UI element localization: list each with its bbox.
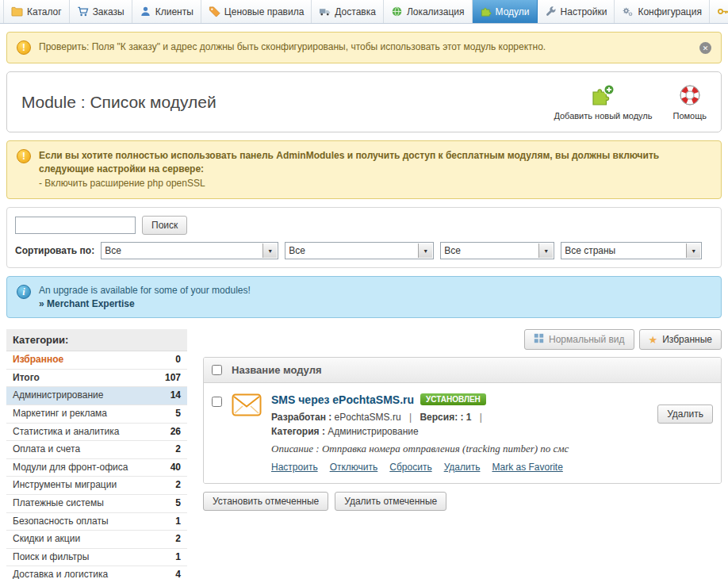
favorites-view-button[interactable]: ★ Избранные	[639, 329, 722, 350]
mark-favorite-link[interactable]: Mark as Favorite	[492, 462, 562, 473]
tab-label: Доставка	[335, 6, 376, 17]
globe-icon	[391, 6, 403, 17]
category-item-shipping-logistics[interactable]: Доставка и логистика4	[6, 566, 187, 579]
sort-label: Сортировать по:	[15, 245, 94, 256]
module-row-checkbox[interactable]	[212, 397, 222, 407]
search-input[interactable]	[15, 217, 136, 234]
main-area: Категории: Избранное0 Итого107 Администр…	[0, 326, 728, 579]
category-item-payment-security[interactable]: Безопасность оплаты1	[6, 513, 187, 531]
lifebuoy-icon	[678, 83, 702, 109]
category-value: Администрирование	[328, 426, 418, 437]
grid-view-icon	[534, 333, 544, 346]
info-icon: i	[17, 285, 31, 299]
warning-text: Проверить: Поля "К заказу" и адрес должн…	[39, 40, 692, 54]
tab-preferences[interactable]: Настройки	[538, 0, 615, 23]
category-item-migration[interactable]: Инструменты миграции2	[6, 477, 187, 495]
tab-label: Заказы	[93, 6, 125, 17]
close-icon[interactable]: ✕	[699, 42, 711, 54]
version-value: 1	[466, 412, 472, 423]
disable-link[interactable]: Отключить	[330, 462, 378, 473]
install-checked-button[interactable]: Установить отмеченные	[203, 492, 328, 511]
category-item-front-office[interactable]: Модули для фронт-офиса40	[6, 459, 187, 477]
sort-select-3-wrap: Все	[440, 242, 554, 259]
country-select-wrap: Все страны	[561, 242, 702, 259]
modules-section: Нормальный вид ★ Избранные Название моду…	[203, 329, 722, 511]
cart-icon	[77, 6, 89, 17]
tab-shipping[interactable]: Доставка	[312, 0, 384, 23]
tab-label: Локализация	[407, 6, 465, 17]
search-row: Поиск	[15, 216, 713, 235]
sort-select-3[interactable]: Все	[441, 243, 554, 259]
puzzle-icon	[480, 6, 492, 17]
categories-title: Категории:	[6, 329, 187, 351]
page-header-panel: Module : Список модулей Добавить новый м…	[6, 71, 722, 132]
top-warning-banner: ! Проверить: Поля "К заказу" и адрес дол…	[6, 32, 722, 63]
tab-administration[interactable]: Администра	[710, 0, 728, 23]
category-item-stats[interactable]: Статистика и аналитика26	[6, 424, 187, 442]
module-meta: Разработан : ePochtaSMS.ru | Версия: : 1…	[271, 410, 624, 439]
tab-price-rules[interactable]: Ценовые правила	[201, 0, 312, 23]
tab-localization[interactable]: Локализация	[384, 0, 473, 23]
page-title: Module : Список модулей	[21, 93, 216, 112]
filter-panel: Поиск Сортировать по: Все Все Все Все ст…	[6, 207, 722, 268]
row-actions: Удалить	[657, 393, 713, 424]
module-name-link[interactable]: SMS через ePochtaSMS.ru	[271, 393, 414, 406]
sort-select-1-wrap: Все	[101, 242, 278, 259]
tab-label: Каталог	[27, 6, 62, 17]
category-item-search-filters[interactable]: Поиск и фильтры1	[6, 549, 187, 567]
main-nav: Каталог Заказы Клиенты Ценовые правила Д…	[0, 0, 728, 24]
tab-modules[interactable]: Модули	[473, 0, 538, 23]
warning-line-2: - Включить расширение php openSSL	[39, 177, 711, 190]
search-button[interactable]: Поиск	[142, 216, 187, 235]
category-item-marketing[interactable]: Маркетинг и реклама5	[6, 405, 187, 424]
merchant-expertise-link[interactable]: » Merchant Expertise	[39, 298, 251, 309]
tab-label: Клиенты	[155, 6, 193, 17]
select-all-checkbox[interactable]	[212, 365, 222, 375]
tab-label: Ценовые правила	[224, 6, 304, 17]
tab-customers[interactable]: Клиенты	[132, 0, 201, 23]
folder-icon	[11, 6, 23, 17]
normal-view-button[interactable]: Нормальный вид	[524, 329, 634, 350]
sort-row: Сортировать по: Все Все Все Все страны	[15, 242, 713, 259]
header-actions: Добавить новый модуль Помощь	[554, 83, 707, 121]
upgrade-info-text: An upgrade is available for some of your…	[39, 285, 251, 309]
configure-link[interactable]: Настроить	[271, 462, 318, 473]
sort-select-2-wrap: Все	[285, 242, 434, 259]
add-module-label: Добавить новый модуль	[554, 111, 652, 121]
reset-link[interactable]: Сбросить	[389, 462, 431, 473]
help-button[interactable]: Помощь	[673, 83, 707, 121]
upgrade-info-box: i An upgrade is available for some of yo…	[6, 276, 722, 318]
developer-value: ePochtaSMS.ru	[335, 412, 401, 423]
key-icon	[717, 6, 728, 17]
tab-catalog[interactable]: Каталог	[3, 0, 70, 23]
delete-module-button[interactable]: Удалить	[657, 405, 713, 424]
category-item-billing[interactable]: Оплата и счета2	[6, 441, 187, 459]
tab-label: Конфигурация	[638, 6, 702, 17]
module-row: SMS через ePochtaSMS.ruУСТАНОВЛЕН Разраб…	[204, 383, 721, 483]
delete-checked-button[interactable]: Удалить отмеченные	[335, 492, 446, 511]
tab-label: Настройки	[561, 6, 607, 17]
tab-configuration[interactable]: Конфигурация	[615, 0, 710, 23]
modules-warning-text: Если вы хотите полностью использовать па…	[39, 149, 711, 190]
categories-sidebar: Категории: Избранное0 Итого107 Администр…	[6, 329, 187, 579]
category-item-favorites[interactable]: Избранное0	[6, 351, 187, 370]
country-select[interactable]: Все страны	[561, 243, 701, 259]
table-header-label: Название модуля	[232, 364, 322, 376]
delete-link[interactable]: Удалить	[444, 462, 481, 473]
table-header-row: Название модуля	[204, 358, 721, 383]
envelope-icon	[232, 393, 262, 419]
sort-select-2[interactable]: Все	[285, 243, 433, 259]
module-description: Описание : Отправка номера отправления (…	[271, 442, 624, 456]
truck-icon	[319, 6, 331, 17]
tab-orders[interactable]: Заказы	[70, 0, 132, 23]
star-icon: ★	[649, 335, 658, 345]
gears-icon	[622, 6, 634, 17]
price-tag-icon	[209, 6, 220, 17]
module-details: SMS через ePochtaSMS.ruУСТАНОВЛЕН Разраб…	[271, 393, 624, 473]
category-item-administration[interactable]: Администрирование14	[6, 387, 187, 405]
category-item-payment-systems[interactable]: Платежные системы5	[6, 495, 187, 513]
category-item-discounts[interactable]: Скидки и акции2	[6, 531, 187, 549]
add-module-button[interactable]: Добавить новый модуль	[554, 83, 652, 121]
category-item-total[interactable]: Итого107	[6, 370, 187, 388]
sort-select-1[interactable]: Все	[102, 243, 278, 259]
